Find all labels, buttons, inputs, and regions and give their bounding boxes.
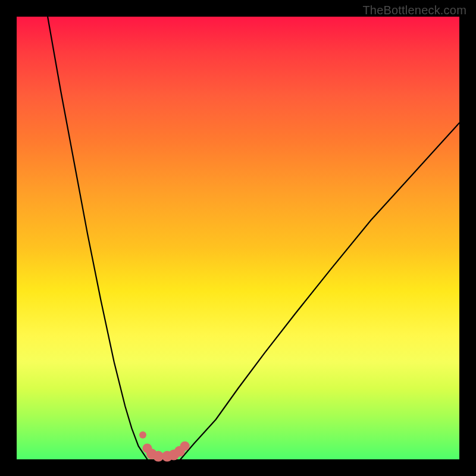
watermark-text: TheBottleneck.com xyxy=(362,4,466,17)
well-marker xyxy=(180,441,190,451)
left-curve xyxy=(48,17,147,459)
curve-layer xyxy=(17,17,459,459)
well-marker xyxy=(139,431,146,439)
right-curve xyxy=(180,123,459,459)
plot-area xyxy=(17,17,459,459)
chart-frame: TheBottleneck.com xyxy=(0,0,476,476)
